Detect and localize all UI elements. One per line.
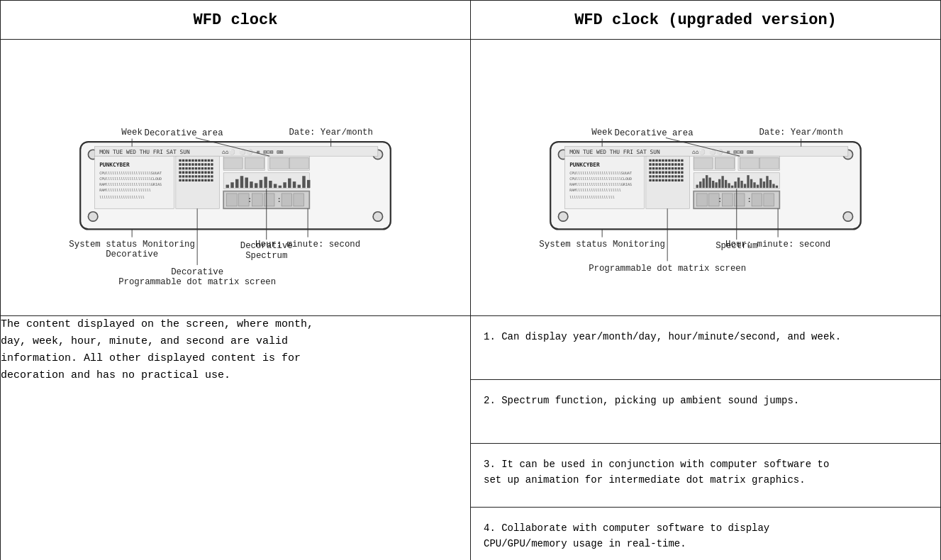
svg-rect-202	[678, 175, 680, 177]
svg-rect-158	[678, 159, 680, 162]
svg-rect-81	[211, 179, 213, 181]
svg-rect-61	[182, 175, 184, 177]
svg-rect-249	[697, 194, 708, 206]
svg-rect-190	[674, 172, 676, 174]
svg-rect-245	[769, 180, 772, 188]
svg-rect-222	[696, 185, 698, 188]
svg-rect-93	[245, 178, 247, 189]
svg-rect-225	[706, 175, 708, 188]
svg-rect-45	[201, 167, 204, 169]
svg-rect-237	[744, 184, 746, 188]
svg-rect-230	[721, 176, 723, 188]
svg-rect-40	[185, 167, 187, 169]
svg-rect-208	[662, 179, 664, 181]
svg-rect-235	[737, 178, 740, 189]
svg-rect-157	[674, 159, 676, 162]
left-description-text: The content displayed on the screen, whe…	[1, 318, 313, 381]
svg-text::: :	[277, 195, 282, 204]
svg-rect-167	[672, 163, 674, 165]
svg-rect-198	[665, 175, 667, 177]
svg-rect-161	[652, 163, 655, 165]
svg-rect-41	[189, 167, 191, 169]
svg-text::: :	[718, 195, 723, 204]
svg-rect-186	[662, 172, 664, 174]
svg-rect-232	[728, 183, 730, 188]
svg-rect-179	[674, 167, 676, 169]
svg-rect-115	[294, 194, 304, 206]
feature-row-2: 2. Spectrum function, picking up ambient…	[471, 380, 940, 444]
svg-rect-181	[681, 167, 683, 169]
svg-rect-70	[211, 175, 213, 177]
left-diagram-container: MON TUE WED THU FRI SAT SUN ⌂⌂⚪ ⚪⚪ ≡ ⊞⊟⊞…	[1, 40, 470, 315]
svg-rect-224	[703, 179, 705, 188]
svg-rect-165	[665, 163, 667, 165]
svg-rect-44	[198, 167, 200, 169]
svg-rect-83	[223, 157, 243, 169]
svg-point-136	[558, 212, 567, 221]
svg-text:Week: Week	[591, 128, 613, 138]
left-diagram-cell: MON TUE WED THU FRI SAT SUN ⌂⌂⚪ ⚪⚪ ≡ ⊞⊟⊞…	[1, 40, 471, 316]
svg-rect-30	[189, 163, 191, 165]
svg-text:RAMlllllllllllllllllllllGRIAS: RAMlllllllllllllllllllllGRIAS	[569, 182, 632, 186]
svg-rect-191	[678, 172, 680, 174]
svg-rect-63	[189, 175, 191, 177]
svg-text:MON  TUE  WED  THU  FRI  SAT  : MON TUE WED THU FRI SAT SUN	[569, 149, 660, 155]
right-diagram-container: MON TUE WED THU FRI SAT SUN ⌂⌂⚪ ⚪⚪ ≡ ⊞⊟⊞…	[471, 40, 940, 315]
svg-rect-54	[195, 172, 197, 174]
svg-rect-36	[208, 163, 210, 165]
svg-rect-217	[715, 157, 734, 169]
svg-text::: :	[747, 195, 752, 204]
svg-rect-16	[179, 159, 181, 162]
svg-rect-242	[759, 179, 762, 188]
svg-rect-207	[659, 179, 661, 181]
svg-rect-80	[208, 179, 210, 181]
svg-rect-168	[674, 163, 676, 165]
svg-rect-214	[681, 179, 683, 181]
svg-text:Decorative area: Decorative area	[145, 128, 223, 138]
svg-rect-219	[740, 157, 759, 169]
svg-rect-47	[208, 167, 210, 169]
svg-rect-21	[195, 159, 197, 162]
svg-rect-103	[293, 181, 296, 188]
svg-rect-187	[665, 172, 667, 174]
svg-rect-108	[227, 194, 238, 206]
svg-rect-27	[179, 163, 181, 165]
svg-rect-205	[652, 179, 655, 181]
svg-text:System status Monitoring: System status Monitoring	[539, 240, 665, 250]
svg-text:Week: Week	[121, 128, 143, 138]
svg-rect-34	[201, 163, 204, 165]
feature-2-text: 2. Spectrum function, picking up ambient…	[484, 393, 799, 408]
svg-rect-56	[201, 172, 204, 174]
svg-rect-89	[226, 185, 229, 188]
feature-row-3: 3. It can be used in conjunction with co…	[471, 444, 940, 508]
svg-rect-180	[678, 167, 680, 169]
svg-rect-256	[764, 194, 774, 206]
svg-rect-52	[189, 172, 191, 174]
svg-text:Decorative: Decorative	[240, 241, 293, 251]
svg-rect-100	[279, 186, 282, 188]
svg-rect-58	[208, 172, 210, 174]
svg-text:RAMlllllllllllllllllllllGRIAS: RAMlllllllllllllllllllllGRIAS	[99, 182, 162, 186]
svg-rect-211	[672, 179, 674, 181]
svg-rect-73	[185, 179, 187, 181]
svg-rect-209	[665, 179, 667, 181]
svg-rect-105	[302, 176, 305, 188]
svg-rect-95	[255, 183, 257, 188]
feature-row-4: 4. Collaborate with computer software to…	[471, 508, 940, 560]
svg-rect-68	[204, 175, 206, 177]
svg-rect-204	[649, 179, 651, 181]
svg-rect-18	[185, 159, 187, 162]
right-diagram-cell: MON TUE WED THU FRI SAT SUN ⌂⌂⚪ ⚪⚪ ≡ ⊞⊟⊞…	[471, 40, 941, 316]
svg-rect-90	[230, 182, 233, 188]
svg-rect-162	[655, 163, 657, 165]
svg-rect-86	[269, 157, 289, 169]
svg-text:PUNKCYBER: PUNKCYBER	[569, 162, 600, 168]
svg-rect-50	[182, 172, 184, 174]
svg-text::: :	[247, 195, 252, 204]
svg-rect-193	[649, 175, 651, 177]
svg-rect-197	[662, 175, 664, 177]
svg-rect-223	[699, 181, 701, 188]
svg-text:RAMlllllllllllllllllllll: RAMlllllllllllllllllllll	[99, 188, 151, 192]
left-header: WFD clock	[1, 1, 471, 40]
svg-rect-114	[282, 194, 292, 206]
